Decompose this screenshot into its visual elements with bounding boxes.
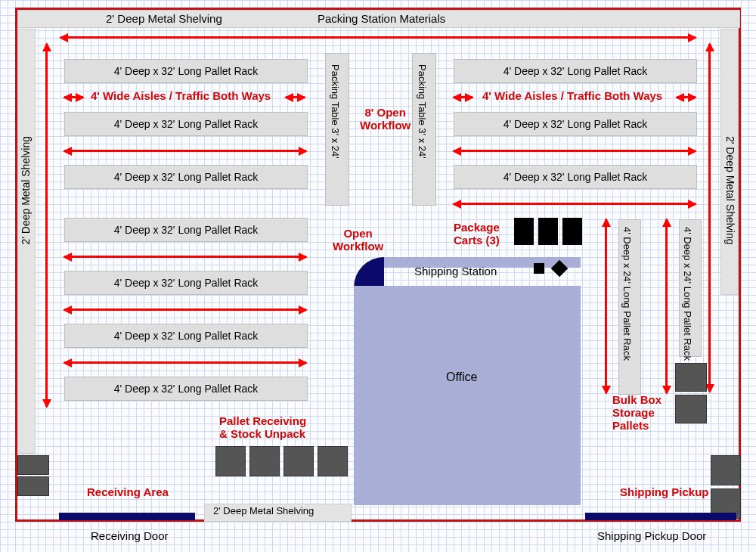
aisle-l-label: 4' Wide Aisles / Traffic Both Ways	[91, 89, 271, 102]
rack-r3: 4' Deep x 32' Long Pallet Rack	[454, 165, 697, 189]
printer-icon	[534, 263, 544, 274]
recv-box-1	[17, 455, 49, 475]
rack-l1: 4' Deep x 32' Long Pallet Rack	[64, 59, 308, 83]
receiving-area-label: Receiving Area	[87, 485, 169, 498]
bulk-pallet-2	[675, 395, 707, 423]
rack-v2-label: 4' Deep x 24' Long Pallet Rack	[682, 227, 693, 361]
cart-1	[514, 218, 534, 245]
cart-2	[538, 218, 558, 245]
shipping-station-label: Shipping Station	[414, 265, 497, 278]
top-shelf-label: 2' Deep Metal Shelving	[106, 12, 222, 25]
shipping-door	[585, 513, 736, 520]
bottom-shelf-label: 2' Deep Metal Shelving	[213, 505, 314, 516]
rack-l3: 4' Deep x 32' Long Pallet Rack	[64, 165, 308, 189]
pallet-receiving-label: Pallet Receiving & Stock Unpack	[219, 414, 306, 440]
aisle-r-label: 4' Wide Aisles / Traffic Both Ways	[482, 89, 662, 102]
recv-pallet-2	[249, 446, 280, 476]
right-shelf-label: 2' Deep Metal Shelving	[724, 136, 736, 245]
right-vert-arrow	[708, 44, 711, 392]
rack-v1-label: 4' Deep x 24' Long Pallet Rack	[621, 227, 633, 361]
packing-materials-label: Packing Station Materials	[318, 12, 445, 25]
left-shelf-label: 2' Deep Metal Shelving	[20, 136, 32, 245]
aisle-l-arrow-ra	[286, 96, 305, 98]
bulk-pallet-1	[675, 363, 707, 392]
receiving-door-label: Receiving Door	[91, 529, 169, 542]
rack-l7: 4' Deep x 32' Long Pallet Rack	[64, 377, 308, 401]
rack-l2: 4' Deep x 32' Long Pallet Rack	[64, 112, 308, 136]
rack-l6: 4' Deep x 32' Long Pallet Rack	[64, 324, 308, 348]
bulk-box-label: Bulk Box Storage Pallets	[612, 393, 662, 432]
packing-table-r-label: Packing Table 3' x 24'	[417, 64, 428, 159]
rack-l5: 4' Deep x 32' Long Pallet Rack	[64, 271, 308, 295]
aisle-r-arrow-ra	[677, 96, 696, 98]
aisle-l-arrow-4	[64, 256, 306, 258]
aisle-l-arrow-5	[64, 309, 306, 311]
open-workflow-8: 8' Open Workflow	[360, 106, 411, 132]
open-workflow-label: Open Workflow	[333, 227, 383, 253]
aisle-l-arrow-6	[64, 361, 306, 364]
recv-pallet-3	[284, 446, 314, 476]
aisle-r-arrow-2	[454, 150, 696, 152]
office-block	[354, 286, 581, 505]
vert-arrow-bulk	[665, 219, 668, 393]
rack-r2: 4' Deep x 32' Long Pallet Rack	[454, 112, 697, 136]
recv-pallet-4	[318, 446, 348, 476]
aisle-l-arrow-2	[64, 150, 306, 152]
aisle-r-arrow-3	[454, 203, 696, 205]
top-aisle-arrow	[60, 36, 696, 39]
aisle-r-arrow-la	[454, 96, 472, 98]
floorplan-canvas: 2' Deep Metal Shelving Packing Station M…	[0, 0, 756, 552]
package-carts-label: Package Carts (3)	[454, 221, 500, 247]
left-vert-arrow	[45, 44, 48, 407]
shipping-door-label: Shipping Pickup Door	[597, 529, 706, 542]
cart-3	[562, 218, 582, 245]
shipping-pickup-label: Shipping Pickup	[620, 485, 709, 498]
recv-box-2	[17, 476, 49, 496]
rack-l4: 4' Deep x 32' Long Pallet Rack	[64, 218, 308, 242]
aisle-l-arrow-la	[64, 96, 83, 98]
packing-table-l-label: Packing Table 3' x 24'	[330, 64, 341, 159]
receiving-door	[59, 513, 195, 520]
vert-arrow-pkg	[605, 219, 607, 393]
ship-pallet-1	[711, 455, 741, 485]
recv-pallet-1	[215, 446, 246, 476]
rack-r1: 4' Deep x 32' Long Pallet Rack	[454, 59, 697, 83]
office-label: Office	[446, 371, 478, 384]
